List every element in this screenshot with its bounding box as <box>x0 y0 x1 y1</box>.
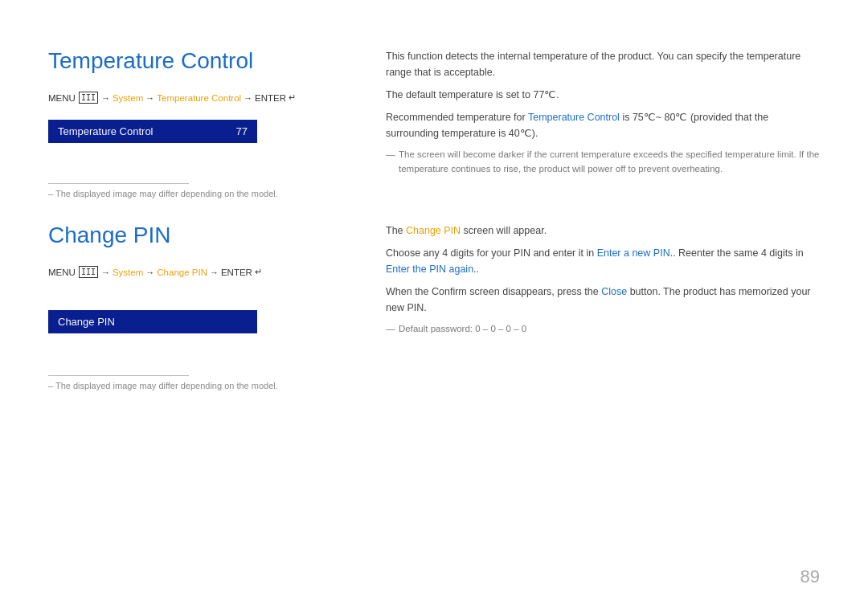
temperature-ui-box: Temperature Control 77 <box>48 120 257 143</box>
pin-menu-system-link: System <box>113 268 143 277</box>
pin-inline-link-3: Enter the PIN again <box>386 264 473 275</box>
pin-inline-link-4: Close <box>601 286 627 297</box>
pin-divider <box>48 375 189 376</box>
page-number: 89 <box>800 566 820 587</box>
pin-left-panel: Change PIN MENU III → System → Change PI… <box>48 223 354 390</box>
temperature-footnote-area: The displayed image may differ depending… <box>48 183 354 198</box>
menu-system-link: System <box>113 93 143 103</box>
temperature-left-panel: Temperature Control MENU III → System → … <box>48 48 354 198</box>
temperature-desc-3: Recommended temperature for Temperature … <box>386 109 820 141</box>
menu-temperature-link: Temperature Control <box>157 93 241 103</box>
pin-desc-1: The Change PIN screen will appear. <box>386 223 820 239</box>
enter-icon: ↵ <box>289 92 296 103</box>
pin-menu-enter-label: ENTER <box>221 268 252 277</box>
pin-menu-changepin-link: Change PIN <box>157 268 207 277</box>
pin-ui-label: Change PIN <box>58 316 115 328</box>
temperature-divider <box>48 183 189 184</box>
temperature-desc-1: This function detects the internal tempe… <box>386 48 820 80</box>
pin-menu-icon: III <box>79 266 98 278</box>
pin-note: Default password: 0 – 0 – 0 – 0 <box>386 322 820 337</box>
temperature-desc-2: The default temperature is set to 77℃. <box>386 87 820 103</box>
temperature-menu-path: MENU III → System → Temperature Control … <box>48 92 354 104</box>
pin-title: Change PIN <box>48 223 354 248</box>
pin-menu-path: MENU III → System → Change PIN → ENTER ↵ <box>48 266 354 278</box>
pin-ui-box: Change PIN <box>48 310 257 333</box>
section-change-pin: Change PIN MENU III → System → Change PI… <box>48 223 820 390</box>
pin-ui-row: Change PIN <box>48 310 257 333</box>
menu-label: MENU <box>48 93 76 103</box>
menu-enter-label: ENTER <box>255 93 286 103</box>
pin-enter-icon: ↵ <box>255 267 262 277</box>
temperature-ui-row: Temperature Control 77 <box>48 120 257 143</box>
pin-inline-link-2: Enter a new PIN <box>597 247 670 259</box>
temperature-ui-value: 77 <box>236 125 248 137</box>
menu-icon: III <box>79 92 98 104</box>
temperature-inline-link: Temperature Control <box>528 112 620 123</box>
temperature-title: Temperature Control <box>48 48 354 74</box>
section-temperature-control: Temperature Control MENU III → System → … <box>48 48 820 198</box>
temperature-footnote: The displayed image may differ depending… <box>48 189 354 198</box>
pin-right-panel: The Change PIN screen will appear. Choos… <box>386 223 820 390</box>
pin-desc-3: When the Confirm screen disappears, pres… <box>386 284 820 316</box>
temperature-ui-label: Temperature Control <box>58 125 154 137</box>
page-container: Temperature Control MENU III → System → … <box>0 0 868 613</box>
pin-footnote-area: The displayed image may differ depending… <box>48 375 354 390</box>
pin-desc-2: Choose any 4 digits for your PIN and ent… <box>386 245 820 277</box>
temperature-note: The screen will become darker if the cur… <box>386 148 820 177</box>
pin-inline-link-1: Change PIN <box>406 225 461 236</box>
pin-footnote: The displayed image may differ depending… <box>48 381 354 390</box>
temperature-right-panel: This function detects the internal tempe… <box>386 48 820 198</box>
pin-menu-label: MENU <box>48 268 76 277</box>
